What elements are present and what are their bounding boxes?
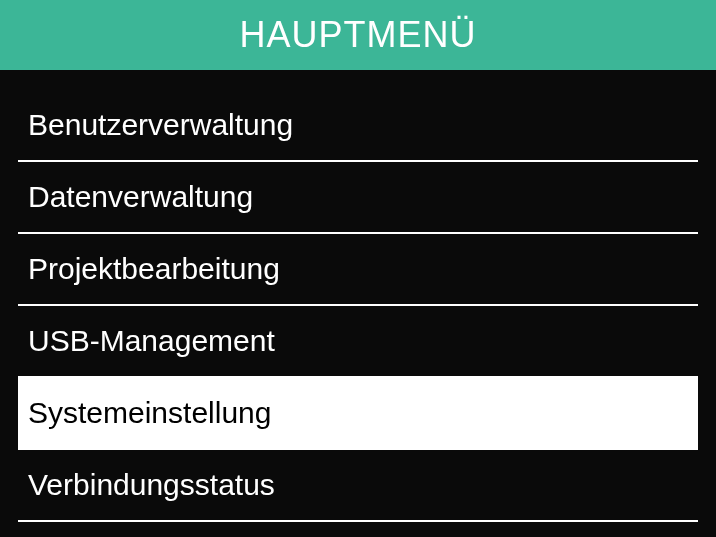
page-title: HAUPTMENÜ	[239, 14, 476, 56]
menu-item-label: USB-Management	[28, 324, 275, 358]
menu-item-label: Datenverwaltung	[28, 180, 253, 214]
menu-item-user-management[interactable]: Benutzerverwaltung	[18, 90, 698, 162]
menu-item-label: Systemeinstellung	[28, 396, 271, 430]
menu-item-project-editing[interactable]: Projektbearbeitung	[18, 234, 698, 306]
menu-item-connection-status[interactable]: Verbindungsstatus	[18, 450, 698, 522]
menu-item-system-settings[interactable]: Systemeinstellung	[18, 378, 698, 450]
menu-item-label: Benutzerverwaltung	[28, 108, 293, 142]
main-menu: Benutzerverwaltung Datenverwaltung Proje…	[0, 90, 716, 522]
header-bar: HAUPTMENÜ	[0, 0, 716, 70]
menu-item-usb-management[interactable]: USB-Management	[18, 306, 698, 378]
menu-item-label: Verbindungsstatus	[28, 468, 275, 502]
menu-item-label: Projektbearbeitung	[28, 252, 280, 286]
menu-item-data-management[interactable]: Datenverwaltung	[18, 162, 698, 234]
